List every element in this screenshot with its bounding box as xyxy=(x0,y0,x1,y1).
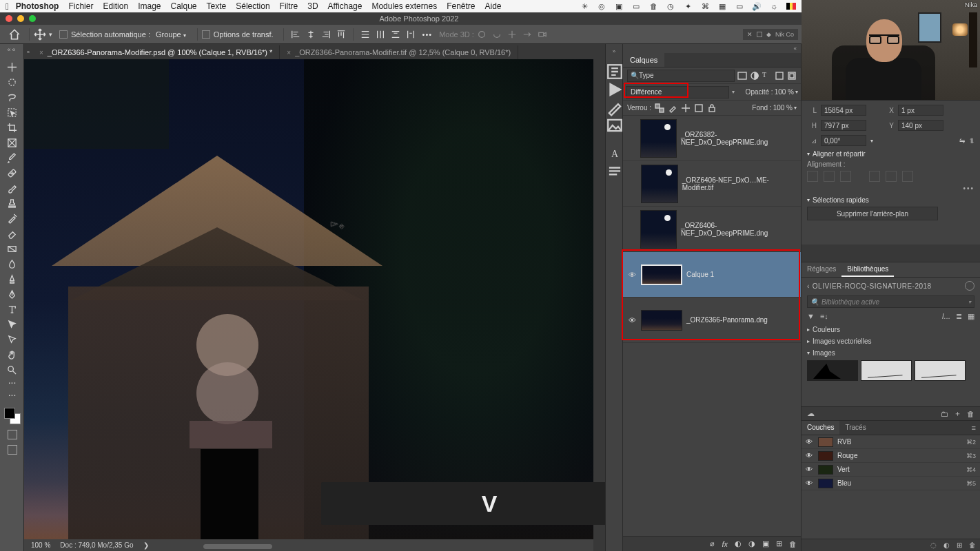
align-vcenter-icon[interactable] xyxy=(886,171,897,182)
window-minimize-button[interactable] xyxy=(17,15,24,22)
filter-shape-icon[interactable] xyxy=(775,71,784,81)
move-tool[interactable] xyxy=(0,59,24,74)
tray-cloud-icon[interactable]: ☼ xyxy=(768,1,779,12)
flip-v-icon[interactable]: ⥮ xyxy=(969,137,974,145)
layer-thumbnail[interactable] xyxy=(641,165,678,203)
delete-layer-icon[interactable]: 🗑 xyxy=(789,540,797,548)
tool-preset-dropdown[interactable]: ▾ xyxy=(49,31,52,38)
filter-pixel-icon[interactable] xyxy=(737,71,747,81)
path-select-tool[interactable] xyxy=(0,317,24,332)
tray-volume-icon[interactable]: 🔊 xyxy=(751,1,762,12)
channel-row-rvb[interactable]: 👁 RVB ⌘2 xyxy=(802,435,980,449)
tray-record-icon[interactable]: ▣ xyxy=(613,1,624,12)
ext-close-icon[interactable]: ✕ xyxy=(747,31,753,38)
search-chevron-icon[interactable]: ▾ xyxy=(968,299,971,305)
eraser-tool[interactable] xyxy=(0,226,24,241)
cloud-icon[interactable]: ☁ xyxy=(807,409,815,418)
layer-row[interactable]: _ORZ6406-NEF_DxO_DeepPRIME.dng xyxy=(623,207,801,252)
menu-aide[interactable]: Aide xyxy=(485,1,502,11)
window-zoom-button[interactable] xyxy=(29,15,36,22)
layer-name[interactable]: _ORZ6406-NEF_DxO…ME-Modifier.tif xyxy=(682,176,797,191)
angle-value[interactable]: 0,00° xyxy=(821,135,866,146)
layer-thumbnail[interactable] xyxy=(640,210,677,249)
auto-select-checkbox[interactable] xyxy=(59,30,68,39)
align-left-icon[interactable] xyxy=(290,29,301,40)
library-name[interactable]: OLIVIER-ROCQ-SIGNATURE-2018 xyxy=(813,282,932,290)
library-back-icon[interactable]: ‹ xyxy=(807,282,810,290)
opacity-chevron-icon[interactable]: ▾ xyxy=(795,89,798,95)
show-transform-checkbox[interactable] xyxy=(202,30,210,39)
blur-tool[interactable] xyxy=(0,256,24,271)
frame-tool[interactable] xyxy=(0,135,24,150)
x-value[interactable]: 1 px xyxy=(898,105,943,116)
tab-reglages[interactable]: Réglages xyxy=(802,262,841,277)
crop-tool[interactable] xyxy=(0,120,24,135)
tray-clock-icon[interactable]: ◷ xyxy=(665,1,676,12)
channel-row-bleu[interactable]: 👁 Bleu ⌘5 xyxy=(802,477,980,490)
distribute-v-icon[interactable] xyxy=(375,29,386,40)
color-swatches[interactable] xyxy=(0,406,24,427)
apple-menu-icon[interactable]:  xyxy=(6,1,9,12)
filter-smart-icon[interactable] xyxy=(787,71,797,81)
doc-size[interactable]: Doc : 749,0 Mo/2,35 Go xyxy=(60,541,133,549)
layer-mask-icon[interactable]: ◐ xyxy=(735,539,742,548)
tabs-scroll-left[interactable]: » xyxy=(24,44,32,59)
tray-grid-icon[interactable]: ▦ xyxy=(717,1,728,12)
layer-thumbnail[interactable] xyxy=(641,310,682,331)
channel-to-selection-icon[interactable]: ◌ xyxy=(930,541,937,549)
horizontal-scrollbar[interactable] xyxy=(203,544,272,549)
opacity-value[interactable]: 100 % xyxy=(775,88,794,96)
new-layer-icon[interactable]: ⊞ xyxy=(776,539,782,548)
filter-adjust-icon[interactable] xyxy=(750,71,759,81)
align-bottom-icon[interactable] xyxy=(902,171,913,182)
layer-style-icon[interactable]: fx xyxy=(722,540,728,548)
menu-image[interactable]: Image xyxy=(138,1,161,11)
layer-name[interactable]: _ORZ6366-Panorama.dng xyxy=(686,316,768,324)
menu-fenetre[interactable]: Fenêtre xyxy=(447,1,475,11)
align-hcenter-icon[interactable] xyxy=(824,171,835,182)
new-channel-icon[interactable]: ⊞ xyxy=(957,541,962,549)
ext-min-icon[interactable] xyxy=(757,32,762,37)
menu-calque[interactable]: Calque xyxy=(170,1,196,11)
tray-trash-icon[interactable]: 🗑 xyxy=(648,1,659,12)
lock-artboard-icon[interactable] xyxy=(694,103,704,113)
more-options-icon[interactable]: ••• xyxy=(422,30,433,39)
library-search-input[interactable]: 🔍 Bibliothèque active ▾ xyxy=(807,295,974,308)
layer-visibility-toggle[interactable]: 👁 xyxy=(627,271,637,279)
library-sort-icon[interactable]: ≡↓ xyxy=(820,312,828,321)
height-value[interactable]: 7977 px xyxy=(821,120,866,131)
layer-group-icon[interactable]: ▣ xyxy=(762,539,769,548)
marquee-tool[interactable] xyxy=(0,74,24,90)
disclosure-icon[interactable]: ▾ xyxy=(807,151,810,157)
distribute-icon[interactable] xyxy=(360,29,371,40)
lib-sec-images[interactable]: Images xyxy=(813,349,835,357)
menu-modules[interactable]: Modules externes xyxy=(371,1,437,11)
filter-type-icon[interactable]: T xyxy=(762,71,772,81)
menu-texte[interactable]: Texte xyxy=(207,1,227,11)
tray-icon[interactable]: ✳ xyxy=(579,1,590,12)
disclosure-icon[interactable]: ▾ xyxy=(807,350,810,356)
library-list-icon[interactable]: ≣ xyxy=(956,312,962,321)
lasso-tool[interactable] xyxy=(0,90,24,105)
fill-chevron-icon[interactable]: ▾ xyxy=(794,105,797,111)
layer-name[interactable]: Calque 1 xyxy=(686,271,714,278)
tab-traces[interactable]: Tracés xyxy=(839,421,871,435)
lib-sec-couleurs[interactable]: Couleurs xyxy=(813,326,840,333)
tab-close-icon[interactable]: × xyxy=(39,49,43,56)
library-sync-icon[interactable] xyxy=(965,281,974,291)
brush-panel-icon[interactable] xyxy=(606,98,624,116)
brush-tool[interactable] xyxy=(0,180,24,196)
document-canvas[interactable]: ▻✥ xyxy=(24,59,593,539)
toolbox-collapse-icon[interactable]: «« xyxy=(0,46,24,53)
info-panel-icon[interactable] xyxy=(606,116,624,134)
lib-delete-icon[interactable]: 🗑 xyxy=(967,410,974,418)
dodge-tool[interactable] xyxy=(0,271,24,287)
actions-panel-icon[interactable] xyxy=(606,81,624,98)
menu-edition[interactable]: Edition xyxy=(103,1,128,11)
fill-value[interactable]: 100 % xyxy=(773,104,793,112)
document-tab-1[interactable]: × _ORZ6366-Panorama-Modifier.psd @ 100% … xyxy=(32,45,280,59)
align-left-icon[interactable] xyxy=(807,171,818,182)
lock-transparency-icon[interactable] xyxy=(655,103,664,113)
disclosure-icon[interactable]: ▾ xyxy=(807,197,810,203)
gradient-tool[interactable] xyxy=(0,241,24,256)
